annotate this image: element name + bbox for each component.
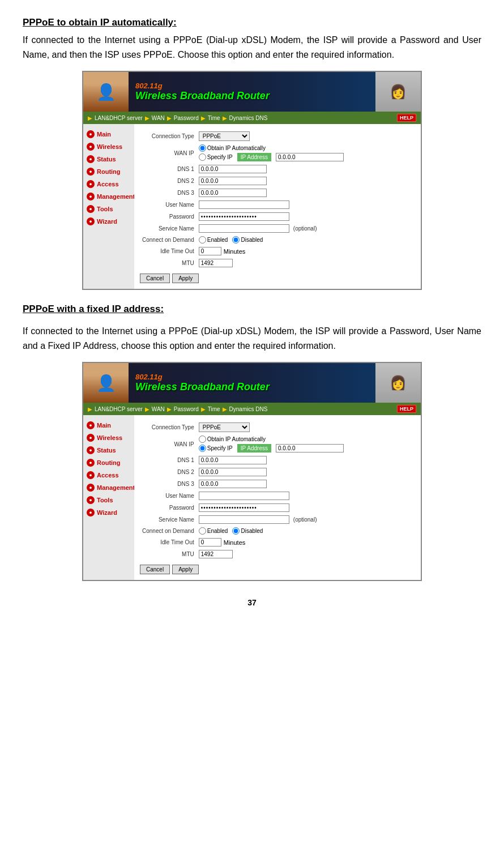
dns1-label-1: DNS 1 bbox=[140, 163, 197, 175]
password-label-2: Password bbox=[140, 502, 197, 514]
sidebar-routing-link-2[interactable]: Routing bbox=[97, 459, 121, 466]
service-label-1: Service Name bbox=[140, 223, 197, 234]
disabled-radio-1[interactable] bbox=[232, 236, 240, 244]
form-row-idle-1: Idle Time Out Minutes bbox=[140, 245, 415, 257]
sidebar-wireless-link-1[interactable]: Wireless bbox=[97, 143, 122, 150]
sidebar-status-2[interactable]: ● Status bbox=[83, 445, 134, 456]
sidebar-main-2[interactable]: ● Main bbox=[83, 420, 134, 431]
nav-help-1[interactable]: HELP bbox=[397, 114, 416, 122]
nav-lan-2[interactable]: LAN&DHCP server bbox=[95, 406, 143, 412]
sidebar-status-link-1[interactable]: Status bbox=[97, 156, 116, 163]
disabled-radio-2[interactable] bbox=[232, 527, 240, 535]
sidebar-main-link-1[interactable]: Main bbox=[97, 131, 111, 138]
sidebar-status-link-2[interactable]: Status bbox=[97, 447, 116, 454]
section1-title: PPPoE to obtain IP automatically: bbox=[23, 17, 481, 28]
section1-text: If connected to the Internet using a PPP… bbox=[23, 33, 481, 62]
dns2-value-1 bbox=[197, 175, 415, 187]
idle-unit-1: Minutes bbox=[224, 248, 246, 255]
sidebar-access-1[interactable]: ● Access bbox=[83, 178, 134, 190]
sidebar-management-2[interactable]: ● Management bbox=[83, 482, 134, 493]
service-value-2: (optional) bbox=[197, 514, 415, 526]
sidebar-main-link-2[interactable]: Main bbox=[97, 422, 111, 429]
sidebar-status-1[interactable]: ● Status bbox=[83, 153, 134, 165]
nav-time-1[interactable]: Time bbox=[208, 115, 220, 121]
radio-specify-1[interactable] bbox=[199, 153, 206, 161]
ip-address-input-2[interactable] bbox=[276, 444, 344, 452]
sidebar-management-link-2[interactable]: Management bbox=[97, 484, 135, 491]
router-person-icon-2: 👤 bbox=[83, 363, 129, 403]
sidebar-management-icon-1: ● bbox=[87, 193, 95, 200]
password-input-2[interactable] bbox=[199, 503, 289, 512]
sidebar-tools-link-2[interactable]: Tools bbox=[97, 497, 113, 503]
apply-button-2[interactable]: Apply bbox=[172, 565, 199, 574]
router-content-2: Connection Type PPPoE WAN IP bbox=[134, 415, 421, 580]
sidebar-main-icon-1: ● bbox=[87, 130, 95, 138]
nav-password-2[interactable]: Password bbox=[174, 406, 199, 412]
sidebar-wireless-link-2[interactable]: Wireless bbox=[97, 434, 122, 441]
sidebar-routing-2[interactable]: ● Routing bbox=[83, 457, 134, 468]
username-input-1[interactable] bbox=[199, 200, 289, 209]
nav-time-2[interactable]: Time bbox=[208, 406, 220, 412]
sidebar-wizard-1[interactable]: ● Wizard bbox=[83, 216, 134, 227]
mtu-input-2[interactable] bbox=[199, 550, 233, 558]
sidebar-main-1[interactable]: ● Main bbox=[83, 129, 134, 140]
radio-obtain-1[interactable] bbox=[199, 144, 206, 152]
username-input-2[interactable] bbox=[199, 492, 289, 500]
nav-dns-2[interactable]: Dynamics DNS bbox=[229, 406, 268, 412]
ip-address-input-1[interactable] bbox=[276, 153, 344, 161]
nav-help-2[interactable]: HELP bbox=[397, 405, 416, 413]
nav-password-1[interactable]: Password bbox=[174, 115, 199, 121]
sidebar-wizard-link-1[interactable]: Wizard bbox=[97, 218, 117, 225]
sidebar-routing-link-1[interactable]: Routing bbox=[97, 168, 121, 175]
radio-obtain-2[interactable] bbox=[199, 436, 206, 443]
sidebar-management-link-1[interactable]: Management bbox=[97, 193, 135, 200]
sidebar-wireless-1[interactable]: ● Wireless bbox=[83, 141, 134, 152]
mtu-value-2 bbox=[197, 548, 415, 560]
password-input-1[interactable] bbox=[199, 212, 289, 221]
connection-type-select-2[interactable]: PPPoE bbox=[199, 422, 250, 432]
sidebar-wizard-2[interactable]: ● Wizard bbox=[83, 507, 134, 518]
mtu-input-1[interactable] bbox=[199, 259, 233, 267]
nav-wan-1[interactable]: WAN bbox=[152, 115, 165, 121]
cancel-button-1[interactable]: Cancel bbox=[140, 274, 170, 283]
wan-ip-label-2: WAN IP bbox=[140, 434, 197, 454]
sidebar-wizard-link-2[interactable]: Wizard bbox=[97, 509, 117, 516]
sidebar-tools-1[interactable]: ● Tools bbox=[83, 203, 134, 215]
nav-arrow-9: ▶ bbox=[201, 406, 206, 412]
nav-arrow-1: ▶ bbox=[88, 115, 92, 121]
radio-specify-label-2: Specify IP bbox=[199, 445, 233, 452]
dns2-value-2 bbox=[197, 466, 415, 478]
sidebar-wireless-2[interactable]: ● Wireless bbox=[83, 432, 134, 443]
apply-button-1[interactable]: Apply bbox=[172, 274, 199, 283]
idle-input-2[interactable] bbox=[199, 538, 221, 547]
dns2-input-2[interactable] bbox=[199, 468, 267, 476]
idle-input-1[interactable] bbox=[199, 247, 221, 255]
username-label-1: User Name bbox=[140, 199, 197, 211]
nav-lan-1[interactable]: LAN&DHCP server bbox=[95, 115, 143, 121]
dns3-input-2[interactable] bbox=[199, 480, 267, 488]
service-input-2[interactable] bbox=[199, 515, 289, 524]
dns1-input-1[interactable] bbox=[199, 165, 267, 173]
sidebar-tools-link-1[interactable]: Tools bbox=[97, 206, 113, 212]
sidebar-tools-2[interactable]: ● Tools bbox=[83, 494, 134, 506]
dns3-input-1[interactable] bbox=[199, 189, 267, 197]
password-value-1 bbox=[197, 211, 415, 223]
sidebar-access-link-2[interactable]: Access bbox=[97, 472, 119, 479]
connect-label-1: Connect on Demand bbox=[140, 234, 197, 245]
nav-dns-1[interactable]: Dynamics DNS bbox=[229, 115, 268, 121]
enabled-radio-1[interactable] bbox=[199, 236, 206, 244]
dns2-input-1[interactable] bbox=[199, 177, 267, 185]
radio-specify-2[interactable] bbox=[199, 445, 206, 452]
sidebar-routing-1[interactable]: ● Routing bbox=[83, 166, 134, 177]
connection-type-select-1[interactable]: PPPoE bbox=[199, 131, 250, 141]
sidebar-management-1[interactable]: ● Management bbox=[83, 191, 134, 202]
nav-wan-2[interactable]: WAN bbox=[152, 406, 165, 412]
username-value-1 bbox=[197, 199, 415, 211]
dns1-input-2[interactable] bbox=[199, 456, 267, 464]
sidebar-access-2[interactable]: ● Access bbox=[83, 469, 134, 481]
enabled-radio-2[interactable] bbox=[199, 527, 206, 535]
service-input-1[interactable] bbox=[199, 224, 289, 233]
enabled-text-1: Enabled bbox=[207, 237, 228, 243]
sidebar-access-link-1[interactable]: Access bbox=[97, 181, 119, 187]
cancel-button-2[interactable]: Cancel bbox=[140, 565, 170, 574]
